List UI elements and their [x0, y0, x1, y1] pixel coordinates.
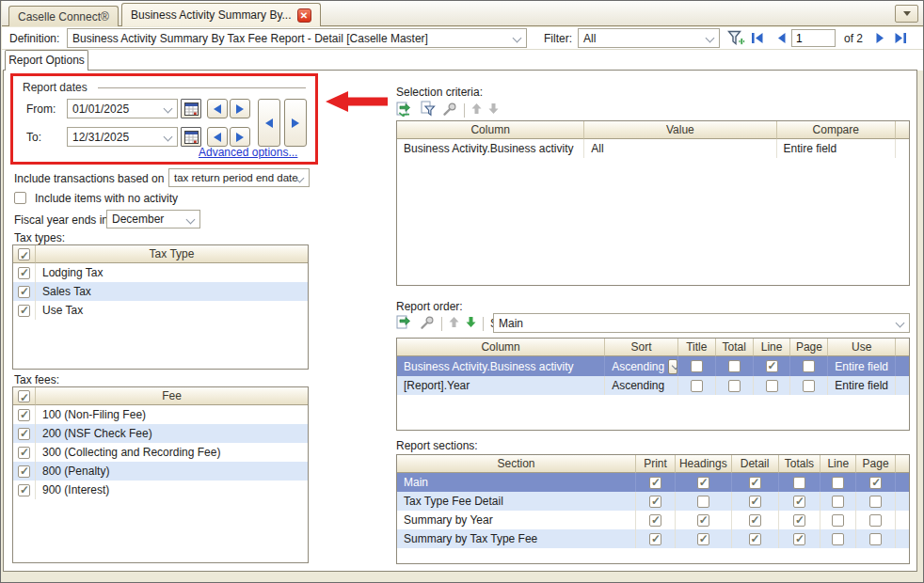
- tab-caselle-connect[interactable]: Caselle Connect®: [8, 6, 119, 26]
- move-up-icon[interactable]: [449, 316, 459, 331]
- page-header[interactable]: Page: [856, 455, 896, 473]
- table-row[interactable]: 900 (Interest): [13, 481, 308, 499]
- title-checkbox[interactable]: [691, 380, 703, 392]
- next-page-icon[interactable]: [875, 32, 888, 44]
- edit-criteria-icon[interactable]: [396, 102, 413, 119]
- line-header[interactable]: Line: [820, 455, 856, 473]
- line-checkbox[interactable]: [766, 380, 778, 392]
- fiscal-year-combobox[interactable]: December: [106, 210, 200, 228]
- compare-header[interactable]: Compare: [777, 121, 897, 139]
- select-all-checkbox[interactable]: [18, 248, 30, 260]
- section-header[interactable]: Section: [397, 455, 636, 473]
- use-header[interactable]: Use: [828, 339, 896, 356]
- table-row[interactable]: Summary by Tax Type Fee: [397, 529, 909, 548]
- totals-checkbox[interactable]: [793, 496, 805, 508]
- table-row[interactable]: 300 (Collecting and Recording Fee): [13, 443, 308, 462]
- include-no-activity-checkbox[interactable]: [14, 192, 26, 204]
- tab-report-options[interactable]: Report Options: [5, 50, 88, 71]
- from-date-combobox[interactable]: 01/01/2025: [67, 99, 178, 118]
- filter-criteria-icon[interactable]: [420, 101, 436, 119]
- section-combobox[interactable]: Main: [493, 313, 910, 333]
- table-row[interactable]: Tax Type Fee Detail: [397, 492, 909, 511]
- title-header[interactable]: Title: [678, 339, 716, 356]
- include-transactions-combobox[interactable]: tax return period end date: [168, 168, 310, 187]
- tools-icon[interactable]: [420, 315, 435, 333]
- sort-header[interactable]: Sort: [605, 339, 678, 356]
- row-checkbox[interactable]: [18, 305, 30, 317]
- table-row[interactable]: Main: [397, 473, 909, 492]
- to-next-day-button[interactable]: [230, 127, 250, 147]
- line-checkbox[interactable]: [766, 360, 778, 372]
- fee-column-header[interactable]: Fee: [36, 387, 308, 405]
- headings-checkbox[interactable]: [697, 496, 709, 508]
- select-all-header-cell[interactable]: [13, 387, 36, 405]
- select-all-header-cell[interactable]: [13, 245, 36, 263]
- row-checkbox[interactable]: [18, 409, 30, 421]
- page-header[interactable]: Page: [790, 339, 828, 356]
- totals-checkbox[interactable]: [793, 514, 805, 527]
- close-tab-icon[interactable]: ✕: [297, 8, 311, 23]
- line-checkbox[interactable]: [832, 496, 844, 508]
- line-checkbox[interactable]: [832, 514, 844, 527]
- from-previous-day-button[interactable]: [207, 99, 228, 118]
- page-checkbox[interactable]: [869, 477, 882, 489]
- table-row[interactable]: Sales Tax: [13, 282, 308, 301]
- table-row[interactable]: Business Activity.Business activity All …: [397, 139, 909, 158]
- move-down-icon[interactable]: [466, 316, 476, 331]
- definition-combobox[interactable]: Business Activity Summary By Tax Fee Rep…: [67, 28, 527, 48]
- line-header[interactable]: Line: [754, 339, 791, 356]
- print-checkbox[interactable]: [649, 496, 661, 508]
- column-header[interactable]: Column: [397, 339, 605, 356]
- detail-checkbox[interactable]: [749, 514, 761, 527]
- detail-checkbox[interactable]: [749, 496, 761, 508]
- edit-order-icon[interactable]: [396, 315, 413, 333]
- row-checkbox[interactable]: [18, 447, 30, 459]
- page-checkbox[interactable]: [803, 360, 815, 372]
- print-header[interactable]: Print: [636, 455, 676, 473]
- value-header[interactable]: Value: [584, 121, 776, 139]
- page-checkbox[interactable]: [869, 533, 882, 545]
- page-number-input[interactable]: [791, 29, 836, 47]
- table-row[interactable]: [Report].Year Ascending Entire field: [397, 376, 909, 395]
- filter-combobox[interactable]: All: [578, 28, 720, 48]
- order-sort-cell[interactable]: Ascending: [605, 376, 678, 395]
- tax-type-column-header[interactable]: Tax Type: [36, 245, 308, 263]
- print-checkbox[interactable]: [649, 477, 661, 489]
- detail-header[interactable]: Detail: [732, 455, 779, 473]
- print-checkbox[interactable]: [649, 514, 661, 527]
- table-row[interactable]: Use Tax: [13, 301, 308, 320]
- to-date-combobox[interactable]: 12/31/2025: [67, 127, 178, 147]
- total-checkbox[interactable]: [728, 380, 741, 392]
- tab-report[interactable]: Business Activity Summary By... ✕: [121, 3, 321, 26]
- previous-page-icon[interactable]: [775, 32, 789, 44]
- sort-dropdown-button[interactable]: [668, 359, 677, 374]
- row-checkbox[interactable]: [18, 286, 30, 298]
- row-checkbox[interactable]: [18, 465, 30, 478]
- tools-icon[interactable]: [442, 102, 457, 119]
- row-checkbox[interactable]: [18, 484, 30, 496]
- tab-list-dropdown-button[interactable]: [895, 5, 918, 23]
- table-row[interactable]: 200 (NSF Check Fee): [13, 424, 308, 443]
- table-row[interactable]: Business Activity.Business activity Asce…: [397, 356, 909, 376]
- title-checkbox[interactable]: [691, 360, 703, 372]
- row-checkbox[interactable]: [18, 428, 30, 440]
- totals-header[interactable]: Totals: [779, 455, 821, 473]
- headings-checkbox[interactable]: [697, 514, 709, 527]
- total-checkbox[interactable]: [728, 360, 741, 372]
- table-row[interactable]: Lodging Tax: [13, 263, 308, 282]
- line-checkbox[interactable]: [832, 477, 844, 489]
- table-row[interactable]: 100 (Non-Filing Fee): [13, 405, 308, 424]
- to-previous-day-button[interactable]: [207, 127, 228, 147]
- move-up-icon[interactable]: [471, 102, 482, 118]
- advanced-options-link[interactable]: Advanced options...: [199, 146, 297, 159]
- page-checkbox[interactable]: [869, 496, 882, 508]
- total-header[interactable]: Total: [716, 339, 754, 356]
- table-row[interactable]: Summary by Year: [397, 511, 909, 529]
- to-calendar-button[interactable]: [181, 127, 201, 147]
- headings-header[interactable]: Headings: [676, 455, 732, 473]
- first-page-icon[interactable]: [751, 32, 764, 44]
- move-down-icon[interactable]: [488, 102, 499, 118]
- last-page-icon[interactable]: [894, 32, 907, 44]
- from-next-day-button[interactable]: [230, 99, 250, 118]
- page-checkbox[interactable]: [803, 380, 815, 392]
